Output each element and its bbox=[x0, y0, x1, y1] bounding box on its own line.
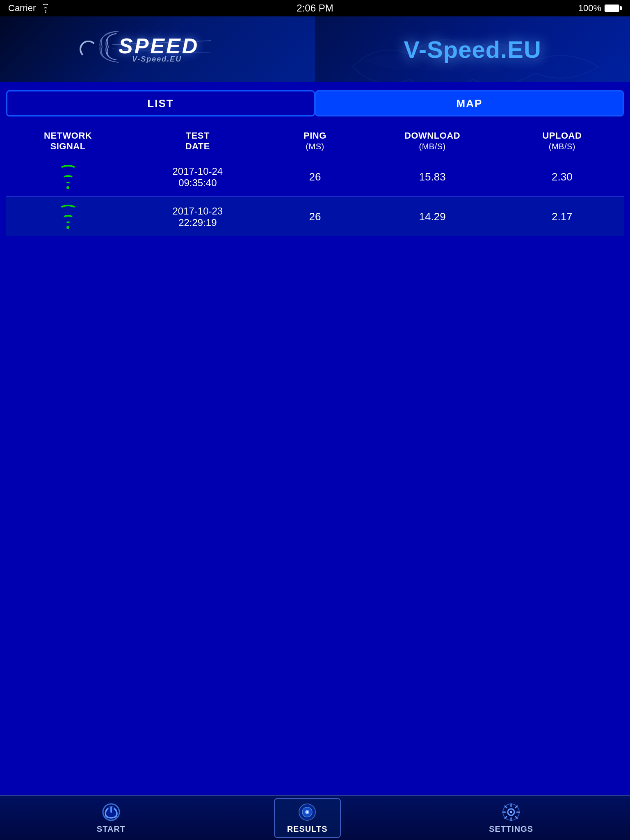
svg-line-20 bbox=[505, 816, 507, 818]
results-table: NETWORKSIGNAL TESTDATE PING(ms) DOWNLOAD… bbox=[6, 125, 624, 236]
cell-network-signal bbox=[6, 158, 130, 197]
header-brand-section: V-Speed.EU bbox=[315, 16, 630, 82]
battery-percent: 100% bbox=[578, 3, 601, 14]
power-icon bbox=[101, 802, 121, 822]
svg-point-9 bbox=[306, 811, 308, 813]
tab-settings[interactable]: SETTINGS bbox=[477, 799, 546, 837]
svg-line-18 bbox=[516, 816, 517, 818]
svg-text:V-Speed.EU: V-Speed.EU bbox=[132, 55, 182, 63]
status-time: 2:06 PM bbox=[297, 2, 333, 14]
cell-network-signal bbox=[6, 197, 130, 236]
svg-line-17 bbox=[505, 806, 507, 808]
svg-text:SPEED: SPEED bbox=[119, 34, 199, 58]
carrier-label: Carrier bbox=[8, 3, 36, 14]
status-left: Carrier bbox=[8, 3, 49, 14]
cell-test-date: 2017-10-2322:29:19 bbox=[130, 197, 265, 236]
cell-download: 14.29 bbox=[364, 197, 500, 236]
wifi-signal-icon bbox=[42, 4, 49, 13]
tab-start-label: START bbox=[97, 824, 126, 834]
col-header-upload: UPLOAD(Mb/s) bbox=[500, 125, 624, 158]
col-header-testdate: TESTDATE bbox=[130, 125, 265, 158]
col-header-ping: PING(ms) bbox=[266, 125, 365, 158]
tab-settings-label: SETTINGS bbox=[489, 824, 533, 834]
col-header-network: NETWORKSIGNAL bbox=[6, 125, 130, 158]
col-header-download: DOWNLOAD(Mb/s) bbox=[364, 125, 500, 158]
cell-ping: 26 bbox=[266, 197, 365, 236]
settings-icon bbox=[501, 802, 521, 822]
list-tab-button[interactable]: LIST bbox=[6, 90, 315, 116]
table-row: 2017-10-2409:35:402615.832.30 bbox=[6, 158, 624, 197]
header-banner: SPEED V-Speed.EU V-Speed.EU bbox=[0, 16, 630, 82]
map-tab-button[interactable]: MAP bbox=[315, 90, 624, 116]
cell-upload: 2.30 bbox=[500, 158, 624, 197]
svg-point-12 bbox=[510, 811, 512, 813]
main-content: LIST MAP NETWORKSIGNAL TESTDATE PING(ms)… bbox=[0, 82, 630, 244]
battery-icon bbox=[605, 5, 622, 12]
svg-line-19 bbox=[516, 806, 517, 808]
wifi-signal-icon bbox=[59, 205, 77, 229]
tab-start[interactable]: START bbox=[84, 799, 138, 837]
tab-results[interactable]: RESULTS bbox=[274, 798, 341, 838]
status-right: 100% bbox=[578, 3, 622, 14]
status-bar: Carrier 2:06 PM 100% bbox=[0, 0, 630, 16]
table-row: 2017-10-2322:29:192614.292.17 bbox=[6, 197, 624, 236]
bottom-tab-bar: START RESULTS SETT bbox=[0, 795, 630, 840]
results-icon bbox=[297, 802, 317, 822]
cell-test-date: 2017-10-2409:35:40 bbox=[130, 158, 265, 197]
header-logo-section: SPEED V-Speed.EU bbox=[0, 16, 315, 82]
view-toggle: LIST MAP bbox=[6, 90, 624, 116]
cell-download: 15.83 bbox=[364, 158, 500, 197]
wifi-signal-icon bbox=[59, 165, 77, 189]
table-header-row: NETWORKSIGNAL TESTDATE PING(ms) DOWNLOAD… bbox=[6, 125, 624, 158]
speed-logo-text: SPEED V-Speed.EU bbox=[96, 30, 219, 68]
tab-results-label: RESULTS bbox=[287, 824, 328, 834]
cell-ping: 26 bbox=[266, 158, 365, 197]
cell-upload: 2.17 bbox=[500, 197, 624, 236]
